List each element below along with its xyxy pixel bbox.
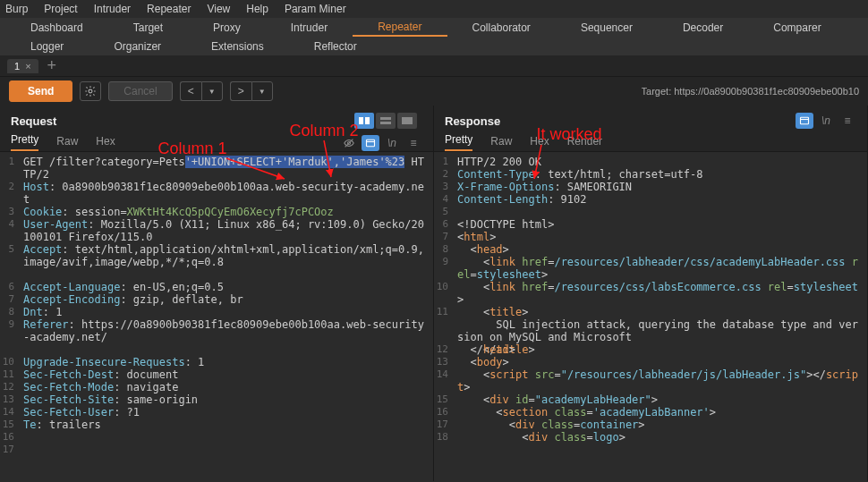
- code-line[interactable]: Accept-Language: en-US,en;q=0.5: [23, 281, 430, 293]
- code-line[interactable]: Cookie: session=XWKtHt4KcQ5pQCyEmO6Xecyf…: [23, 206, 430, 218]
- code-line[interactable]: HTTP/2 200 OK: [457, 156, 864, 168]
- code-line[interactable]: Content-Type: text/html; charset=utf-8: [457, 168, 864, 181]
- code-line[interactable]: <script src="/resources/labheader/js/lab…: [457, 368, 864, 393]
- menu-repeater[interactable]: Repeater: [147, 3, 191, 15]
- code-line[interactable]: <body>: [457, 356, 864, 368]
- tool-tab-target[interactable]: Target: [108, 18, 188, 37]
- menu-project[interactable]: Project: [44, 3, 77, 15]
- request-editor[interactable]: 1234567891011121314151617 GET /filter?ca…: [0, 152, 433, 481]
- action-bar: Send Cancel < ▼ > ▼ Target: https://0a89…: [0, 77, 868, 106]
- code-line[interactable]: <section class='academyLabBanner'>: [457, 406, 864, 419]
- code-line[interactable]: <title> SQL injection attack, querying t…: [457, 306, 864, 343]
- menu-view[interactable]: View: [207, 3, 230, 15]
- tool-tab-dashboard[interactable]: Dashboard: [5, 18, 108, 37]
- code-line[interactable]: <link href=/resources/css/labsEcommerce.…: [457, 281, 864, 306]
- repeater-tab-label: 1: [14, 61, 20, 72]
- send-button[interactable]: Send: [9, 80, 72, 102]
- tool-tab-repeater[interactable]: Repeater: [353, 18, 447, 37]
- history-back-menu[interactable]: ▼: [201, 81, 223, 101]
- response-pane: Response \n ≡ Pretty Raw Hex Render 1234…: [434, 106, 868, 481]
- code-line[interactable]: Referer: https://0a8900b90381f1ec80909eb…: [23, 318, 430, 356]
- code-line[interactable]: Accept-Encoding: gzip, deflate, br: [23, 293, 430, 306]
- history-forward-menu[interactable]: ▼: [251, 81, 273, 101]
- code-line[interactable]: X-Frame-Options: SAMEORIGIN: [457, 181, 864, 193]
- code-line[interactable]: <div id="academyLabHeader">: [457, 393, 864, 406]
- code-line[interactable]: Te: trailers: [23, 419, 430, 431]
- menu-param-miner[interactable]: Param Miner: [285, 3, 346, 15]
- code-line[interactable]: Sec-Fetch-Dest: document: [23, 368, 430, 381]
- response-code[interactable]: HTTP/2 200 OKContent-Type: text/html; ch…: [454, 152, 867, 481]
- tool-tab-reflector[interactable]: Reflector: [289, 37, 382, 55]
- code-line[interactable]: Content-Length: 9102: [457, 193, 864, 206]
- code-line[interactable]: GET /filter?category=Pets'+UNION+SELECT+…: [23, 156, 430, 181]
- response-gutter: 123456789101112131415161718: [434, 152, 454, 481]
- response-tab-hex[interactable]: Hex: [530, 135, 549, 151]
- settings-icon[interactable]: [80, 81, 101, 101]
- code-line[interactable]: Accept: text/html,application/xhtml+xml,…: [23, 243, 430, 281]
- code-line[interactable]: <head>: [457, 243, 864, 256]
- inspector-toggle-icon[interactable]: [796, 113, 813, 129]
- code-line[interactable]: Sec-Fetch-User: ?1: [23, 406, 430, 419]
- svg-rect-8: [367, 140, 375, 147]
- code-line[interactable]: <div class=logo>: [457, 431, 864, 444]
- history-forward-button[interactable]: >: [230, 81, 251, 101]
- menu-icon[interactable]: ≡: [404, 135, 422, 151]
- code-line[interactable]: <html>: [457, 231, 864, 243]
- add-tab-button[interactable]: +: [44, 56, 61, 75]
- menu-intruder[interactable]: Intruder: [94, 3, 131, 15]
- request-code[interactable]: GET /filter?category=Pets'+UNION+SELECT+…: [20, 152, 433, 481]
- newline-icon[interactable]: \n: [383, 135, 401, 151]
- layout-columns-button[interactable]: [354, 113, 374, 129]
- close-icon[interactable]: ×: [25, 61, 30, 72]
- tool-tab-proxy[interactable]: Proxy: [188, 18, 266, 37]
- tool-tab-decoder[interactable]: Decoder: [658, 18, 748, 37]
- menu-help[interactable]: Help: [246, 3, 268, 15]
- code-line[interactable]: <link href=/resources/labheader/css/acad…: [457, 256, 864, 281]
- code-line[interactable]: [23, 444, 430, 456]
- layout-buttons: [354, 113, 417, 129]
- menu-icon[interactable]: ≡: [838, 113, 856, 129]
- tool-tab-comparer[interactable]: Comparer: [748, 18, 846, 37]
- code-line[interactable]: [457, 206, 864, 218]
- svg-rect-10: [801, 117, 809, 124]
- repeater-tab-1[interactable]: 1 ×: [7, 59, 38, 73]
- code-line[interactable]: Upgrade-Insecure-Requests: 1: [23, 356, 430, 368]
- code-line[interactable]: Sec-Fetch-Site: same-origin: [23, 393, 430, 406]
- tool-tab-extensions[interactable]: Extensions: [186, 37, 289, 55]
- response-tab-pretty[interactable]: Pretty: [445, 133, 472, 151]
- response-tab-render[interactable]: Render: [567, 135, 602, 151]
- code-line[interactable]: Dnt: 1: [23, 306, 430, 318]
- request-title: Request: [11, 114, 56, 128]
- hide-icon[interactable]: [340, 135, 358, 151]
- request-tab-hex[interactable]: Hex: [96, 135, 115, 151]
- cancel-button[interactable]: Cancel: [108, 81, 172, 101]
- menu-burp[interactable]: Burp: [5, 3, 28, 15]
- response-tab-raw[interactable]: Raw: [490, 135, 512, 151]
- response-editor[interactable]: 123456789101112131415161718 HTTP/2 200 O…: [434, 152, 867, 481]
- tool-tab-intruder[interactable]: Intruder: [266, 18, 353, 37]
- code-line[interactable]: Sec-Fetch-Mode: navigate: [23, 381, 430, 393]
- tool-tab-organizer[interactable]: Organizer: [89, 37, 186, 55]
- svg-rect-3: [380, 117, 391, 120]
- code-line[interactable]: Host: 0a8900b90381f1ec80909ebe00b100aa.w…: [23, 181, 430, 206]
- svg-rect-2: [365, 117, 370, 124]
- code-line[interactable]: [23, 431, 430, 444]
- code-line[interactable]: <!DOCTYPE html>: [457, 218, 864, 231]
- code-line[interactable]: User-Agent: Mozilla/5.0 (X11; Linux x86_…: [23, 218, 430, 243]
- response-title: Response: [445, 114, 500, 128]
- code-line[interactable]: <div class=container>: [457, 419, 864, 431]
- request-tab-raw[interactable]: Raw: [56, 135, 78, 151]
- tool-tab-sequencer[interactable]: Sequencer: [556, 18, 658, 37]
- layout-tabs-button[interactable]: [397, 113, 417, 129]
- inspector-toggle-icon[interactable]: [362, 135, 379, 151]
- menubar: BurpProjectIntruderRepeaterViewHelpParam…: [0, 0, 868, 18]
- request-tab-pretty[interactable]: Pretty: [11, 133, 38, 151]
- message-panes: Request Pretty Raw Hex \n ≡ 123456789101…: [0, 106, 868, 481]
- tool-tab-collaborator[interactable]: Collaborator: [447, 18, 556, 37]
- history-back-button[interactable]: <: [180, 81, 201, 101]
- request-gutter: 1234567891011121314151617: [0, 152, 20, 481]
- layout-rows-button[interactable]: [376, 113, 396, 129]
- tool-tab-logger[interactable]: Logger: [5, 37, 89, 55]
- repeater-subtabs: 1 × +: [0, 55, 868, 77]
- newline-icon[interactable]: \n: [817, 113, 835, 129]
